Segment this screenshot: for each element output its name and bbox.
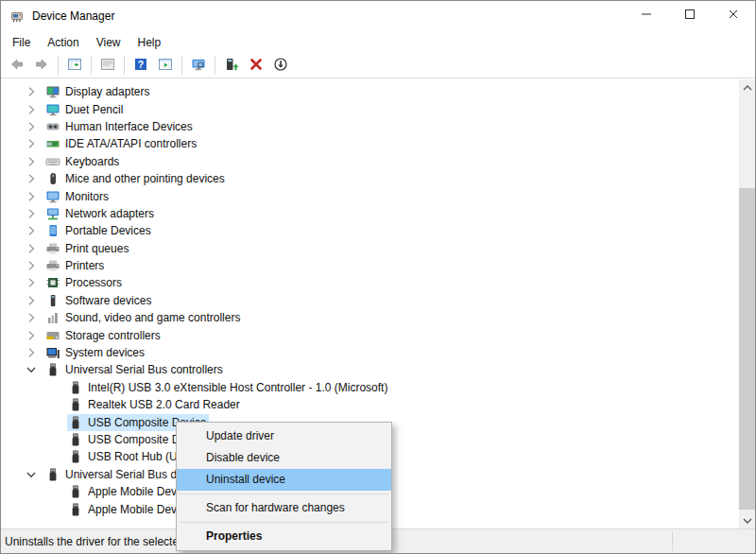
tree-item-body[interactable]: System devices: [44, 344, 147, 361]
menu-view[interactable]: View: [88, 33, 129, 52]
device-manager-window: Device Manager FileActionViewHelp ? Disp…: [0, 0, 756, 554]
tree-item[interactable]: Duet Pencil: [1, 100, 739, 117]
tree-item-body[interactable]: Processors: [44, 274, 125, 291]
scroll-down-button[interactable]: [739, 512, 755, 528]
tree-item-body[interactable]: Keyboards: [44, 153, 122, 170]
tree-item-body[interactable]: Realtek USB 2.0 Card Reader: [67, 396, 243, 413]
close-button[interactable]: [712, 1, 755, 30]
tree-item-body[interactable]: Printers: [44, 257, 107, 274]
tree-item-body[interactable]: USB Root Hub (U: [67, 448, 180, 465]
back-arrow-icon: [9, 57, 25, 75]
tree-item[interactable]: Software devices: [1, 292, 739, 309]
tree-item[interactable]: Display adapters: [1, 83, 739, 100]
tree-item[interactable]: Processors: [1, 274, 739, 291]
tree-item-body[interactable]: IDE ATA/ATAPI controllers: [44, 135, 199, 152]
properties-panel-button[interactable]: [96, 54, 119, 77]
uninstall-button[interactable]: [245, 54, 267, 77]
forward-button[interactable]: [30, 54, 53, 77]
tree-item-body[interactable]: Software devices: [44, 292, 154, 309]
context-menu-item-uninstall-device[interactable]: Uninstall device: [177, 469, 391, 491]
tree-item-label: Human Interface Devices: [65, 120, 193, 133]
close-icon: [726, 7, 741, 25]
tree-item-label: System devices: [65, 346, 145, 359]
chevron-down-icon[interactable]: [24, 467, 39, 482]
tree-item[interactable]: Mice and other pointing devices: [1, 170, 739, 187]
chevron-right-icon[interactable]: [24, 102, 39, 117]
tree-item-body[interactable]: Print queues: [44, 240, 131, 257]
tree-item-body[interactable]: Sound, video and game controllers: [44, 309, 243, 326]
tree-item[interactable]: IDE ATA/ATAPI controllers: [1, 135, 739, 152]
tree-item-body[interactable]: Display adapters: [44, 83, 152, 100]
chevron-right-icon[interactable]: [24, 189, 39, 204]
chevron-right-icon[interactable]: [24, 206, 39, 221]
scrollbar-thumb[interactable]: [739, 188, 755, 510]
context-menu-item-update-driver[interactable]: Update driver: [177, 425, 391, 447]
chevron-right-icon[interactable]: [24, 119, 39, 134]
chevron-right-icon[interactable]: [24, 136, 39, 151]
tree-item[interactable]: Monitors: [1, 187, 739, 204]
show-console-tree-button[interactable]: [63, 54, 86, 77]
action-pane-button[interactable]: [154, 54, 177, 77]
help-button[interactable]: ?: [129, 54, 152, 77]
tree-item-body[interactable]: Mice and other pointing devices: [44, 170, 228, 187]
chevron-down-icon[interactable]: [24, 362, 39, 377]
vertical-scrollbar[interactable]: [739, 79, 755, 528]
chevron-right-icon[interactable]: [24, 154, 39, 169]
tree-item[interactable]: System devices: [1, 344, 739, 361]
tree-item[interactable]: Print queues: [1, 240, 739, 257]
tree-item[interactable]: Realtek USB 2.0 Card Reader: [1, 396, 739, 413]
chevron-right-icon[interactable]: [24, 241, 39, 256]
chevron-right-icon[interactable]: [24, 293, 39, 308]
tree-item-body[interactable]: Universal Serial Bus controllers: [44, 361, 226, 378]
tree-item[interactable]: Portable Devices: [1, 222, 739, 239]
tree-item[interactable]: Intel(R) USB 3.0 eXtensible Host Control…: [1, 379, 739, 396]
context-menu-item-scan-for-hardware-changes[interactable]: Scan for hardware changes: [177, 497, 391, 519]
context-menu-item-disable-device[interactable]: Disable device: [177, 447, 391, 469]
scroll-up-button[interactable]: [739, 79, 755, 95]
context-menu-item-properties[interactable]: Properties: [177, 526, 391, 547]
tree-item-body[interactable]: Universal Serial Bus d: [44, 466, 180, 483]
chevron-right-icon[interactable]: [24, 258, 39, 273]
chevron-right-icon[interactable]: [24, 345, 39, 360]
menu-file[interactable]: File: [4, 33, 39, 52]
tree-item-label: Software devices: [65, 294, 151, 307]
tree-item-body[interactable]: Intel(R) USB 3.0 eXtensible Host Control…: [67, 379, 390, 396]
tree-item[interactable]: Keyboards: [1, 153, 739, 170]
tree-item-body[interactable]: Apple Mobile Dev: [67, 501, 180, 518]
tree-item[interactable]: Storage controllers: [1, 326, 739, 343]
tree-item-label: Mice and other pointing devices: [65, 172, 225, 185]
hid-icon: [45, 119, 60, 134]
tree-item[interactable]: Network adapters: [1, 205, 739, 222]
tree-item-body[interactable]: Apple Mobile Dev: [67, 483, 180, 500]
tree-item-body[interactable]: Monitors: [44, 188, 112, 205]
tree-item[interactable]: Printers: [1, 257, 739, 274]
tree-item-body[interactable]: Network adapters: [44, 205, 157, 222]
svg-text:?: ?: [138, 59, 144, 70]
scan-hardware-button[interactable]: [187, 54, 210, 77]
monitor-teal-icon: [45, 102, 60, 117]
back-button[interactable]: [6, 54, 28, 77]
mouse-icon: [45, 171, 60, 186]
tree-item-body[interactable]: Storage controllers: [44, 327, 163, 344]
menu-help[interactable]: Help: [129, 33, 170, 52]
tree-item[interactable]: Sound, video and game controllers: [1, 309, 739, 326]
disable-button[interactable]: [269, 54, 292, 77]
chevron-right-icon[interactable]: [24, 84, 39, 99]
update-driver-button[interactable]: [220, 54, 243, 77]
chevron-right-icon[interactable]: [24, 310, 39, 325]
tree-item-body[interactable]: Duet Pencil: [44, 101, 126, 118]
chevron-right-icon[interactable]: [24, 275, 39, 290]
chevron-right-icon[interactable]: [24, 223, 39, 238]
tree-item-body[interactable]: USB Composite D: [67, 431, 182, 448]
menu-action[interactable]: Action: [39, 33, 87, 52]
chevron-right-icon[interactable]: [24, 171, 39, 186]
tree-item[interactable]: Human Interface Devices: [1, 118, 739, 135]
properties-panel-icon: [100, 57, 115, 75]
maximize-button[interactable]: [668, 1, 712, 30]
chevron-right-icon[interactable]: [24, 328, 39, 343]
tree-item[interactable]: Universal Serial Bus controllers: [1, 361, 739, 378]
tree-item-body[interactable]: Human Interface Devices: [44, 118, 196, 135]
minimize-button[interactable]: [625, 1, 668, 30]
tree-item-body[interactable]: Portable Devices: [44, 222, 154, 239]
tree-item-label: Keyboards: [65, 155, 119, 168]
